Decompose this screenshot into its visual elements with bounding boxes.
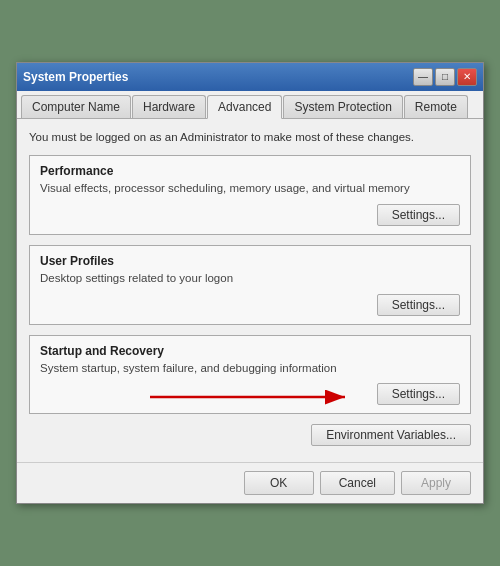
red-arrow-indicator [40, 379, 360, 409]
performance-settings-button[interactable]: Settings... [377, 204, 460, 226]
tab-advanced[interactable]: Advanced [207, 95, 282, 119]
tab-computer-name[interactable]: Computer Name [21, 95, 131, 118]
info-text: You must be logged on as an Administrato… [29, 129, 471, 145]
bottom-bar: OK Cancel Apply [17, 462, 483, 503]
startup-recovery-section: Startup and Recovery System startup, sys… [29, 335, 471, 415]
tab-bar: Computer Name Hardware Advanced System P… [17, 91, 483, 119]
maximize-button[interactable]: □ [435, 68, 455, 86]
tab-hardware[interactable]: Hardware [132, 95, 206, 118]
performance-title: Performance [40, 164, 460, 178]
arrow-svg [140, 379, 360, 409]
user-profiles-settings-button[interactable]: Settings... [377, 294, 460, 316]
content-area: You must be logged on as an Administrato… [17, 119, 483, 463]
startup-settings-row: Settings... [40, 383, 460, 405]
cancel-button[interactable]: Cancel [320, 471, 395, 495]
user-profiles-btn-row: Settings... [40, 294, 460, 316]
window-title: System Properties [23, 70, 128, 84]
user-profiles-desc: Desktop settings related to your logon [40, 271, 460, 286]
startup-settings-button[interactable]: Settings... [377, 383, 460, 405]
user-profiles-section: User Profiles Desktop settings related t… [29, 245, 471, 325]
tab-system-protection[interactable]: System Protection [283, 95, 402, 118]
user-profiles-title: User Profiles [40, 254, 460, 268]
ok-button[interactable]: OK [244, 471, 314, 495]
performance-section: Performance Visual effects, processor sc… [29, 155, 471, 235]
close-button[interactable]: ✕ [457, 68, 477, 86]
performance-btn-row: Settings... [40, 204, 460, 226]
startup-recovery-title: Startup and Recovery [40, 344, 460, 358]
system-properties-window: System Properties — □ ✕ Computer Name Ha… [16, 62, 484, 505]
title-controls: — □ ✕ [413, 68, 477, 86]
performance-desc: Visual effects, processor scheduling, me… [40, 181, 460, 196]
title-bar: System Properties — □ ✕ [17, 63, 483, 91]
startup-recovery-desc: System startup, system failure, and debu… [40, 361, 460, 376]
tab-remote[interactable]: Remote [404, 95, 468, 118]
apply-button[interactable]: Apply [401, 471, 471, 495]
env-btn-row: Environment Variables... [29, 424, 471, 446]
minimize-button[interactable]: — [413, 68, 433, 86]
environment-variables-button[interactable]: Environment Variables... [311, 424, 471, 446]
